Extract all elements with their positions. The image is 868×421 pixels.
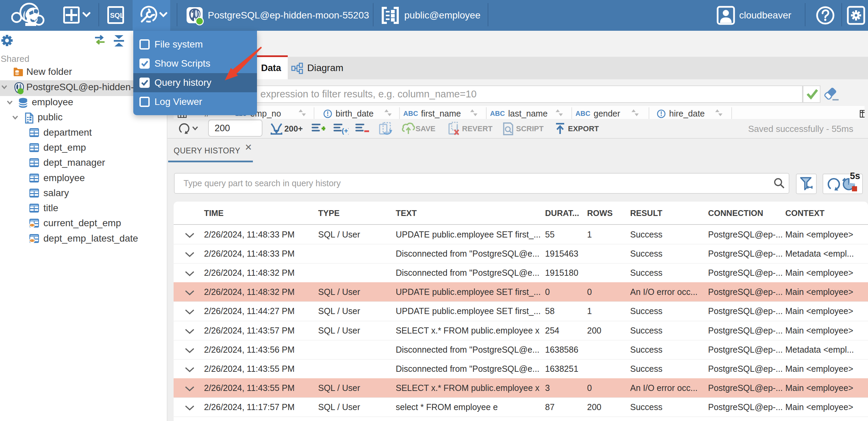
svg-text:(+): (+) [342, 127, 349, 135]
